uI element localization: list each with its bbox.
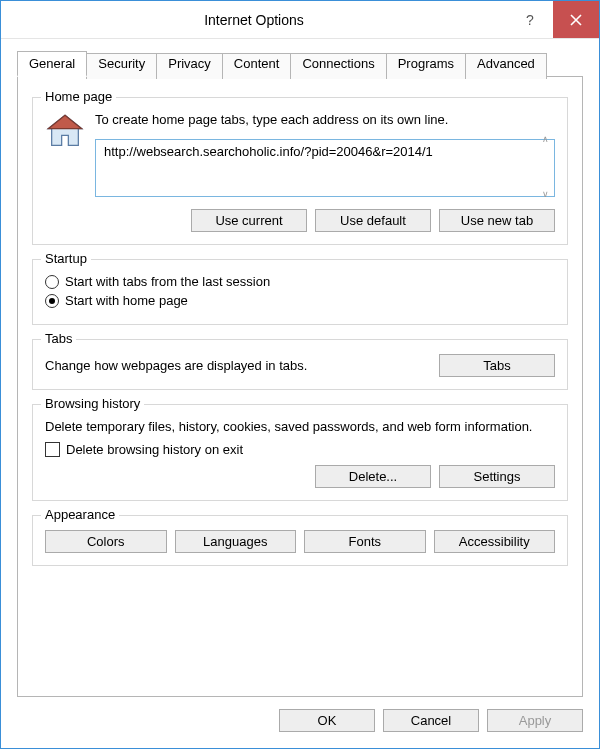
- history-desc: Delete temporary files, history, cookies…: [45, 419, 555, 434]
- tabs-button[interactable]: Tabs: [439, 354, 555, 377]
- tabstrip: General Security Privacy Content Connect…: [17, 51, 583, 77]
- fonts-button[interactable]: Fonts: [304, 530, 426, 553]
- use-current-button[interactable]: Use current: [191, 209, 307, 232]
- homepage-url-input[interactable]: [95, 139, 555, 197]
- tab-content[interactable]: Content: [222, 53, 292, 79]
- colors-button[interactable]: Colors: [45, 530, 167, 553]
- homepage-title: Home page: [41, 89, 116, 104]
- homepage-desc: To create home page tabs, type each addr…: [95, 112, 555, 127]
- startup-group: Startup Start with tabs from the last se…: [32, 259, 568, 325]
- radio-home-page[interactable]: Start with home page: [45, 293, 555, 308]
- title-text: Internet Options: [1, 12, 507, 28]
- close-button[interactable]: [553, 1, 599, 38]
- tab-advanced[interactable]: Advanced: [465, 53, 547, 79]
- scroll-down-icon[interactable]: ∨: [537, 190, 553, 199]
- titlebar: Internet Options ?: [1, 1, 599, 39]
- delete-on-exit-checkbox[interactable]: Delete browsing history on exit: [45, 442, 555, 457]
- tab-privacy[interactable]: Privacy: [156, 53, 223, 79]
- svg-marker-1: [48, 115, 81, 128]
- cancel-button[interactable]: Cancel: [383, 709, 479, 732]
- url-scroll: ∧ ∨: [537, 133, 553, 201]
- homepage-group: Home page To create home page tabs, type…: [32, 97, 568, 245]
- general-panel: Home page To create home page tabs, type…: [17, 76, 583, 697]
- delete-button[interactable]: Delete...: [315, 465, 431, 488]
- dialog-buttons: OK Cancel Apply: [1, 697, 599, 748]
- tab-security[interactable]: Security: [86, 53, 157, 79]
- internet-options-dialog: Internet Options ? General Security Priv…: [0, 0, 600, 749]
- checkbox-icon: [45, 442, 60, 457]
- delete-on-exit-label: Delete browsing history on exit: [66, 442, 243, 457]
- radio-home-label: Start with home page: [65, 293, 188, 308]
- appearance-group: Appearance Colors Languages Fonts Access…: [32, 515, 568, 566]
- appearance-title: Appearance: [41, 507, 119, 522]
- tabs-group: Tabs Change how webpages are displayed i…: [32, 339, 568, 390]
- radio-last-session[interactable]: Start with tabs from the last session: [45, 274, 555, 289]
- use-default-button[interactable]: Use default: [315, 209, 431, 232]
- radio-icon: [45, 275, 59, 289]
- accessibility-button[interactable]: Accessibility: [434, 530, 556, 553]
- history-group: Browsing history Delete temporary files,…: [32, 404, 568, 501]
- history-settings-button[interactable]: Settings: [439, 465, 555, 488]
- ok-button[interactable]: OK: [279, 709, 375, 732]
- home-icon: [45, 112, 85, 152]
- tab-connections[interactable]: Connections: [290, 53, 386, 79]
- use-new-tab-button[interactable]: Use new tab: [439, 209, 555, 232]
- radio-icon: [45, 294, 59, 308]
- history-title: Browsing history: [41, 396, 144, 411]
- startup-title: Startup: [41, 251, 91, 266]
- apply-button[interactable]: Apply: [487, 709, 583, 732]
- tab-general[interactable]: General: [17, 51, 87, 77]
- languages-button[interactable]: Languages: [175, 530, 297, 553]
- radio-last-label: Start with tabs from the last session: [65, 274, 270, 289]
- tabs-title: Tabs: [41, 331, 76, 346]
- tab-programs[interactable]: Programs: [386, 53, 466, 79]
- tabs-desc: Change how webpages are displayed in tab…: [45, 358, 307, 373]
- scroll-up-icon[interactable]: ∧: [537, 135, 553, 144]
- help-button[interactable]: ?: [507, 1, 553, 38]
- close-icon: [570, 14, 582, 26]
